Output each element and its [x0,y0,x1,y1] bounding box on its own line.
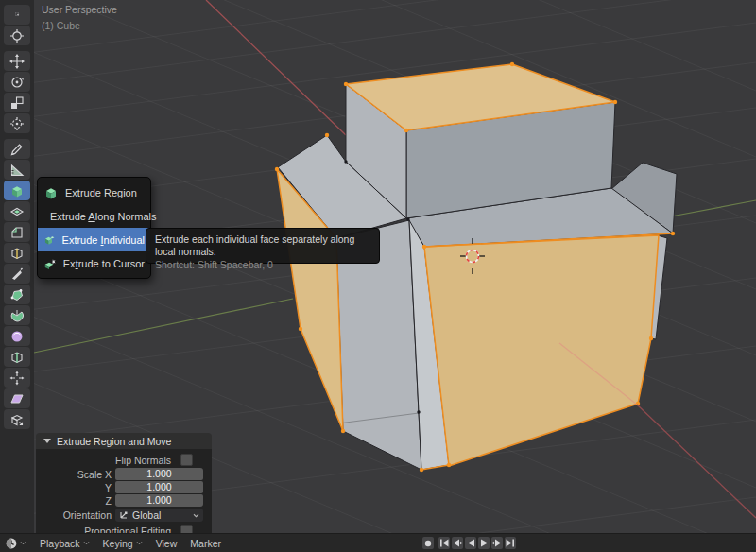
menu-item-extrude-to-cursor[interactable]: Extrude to Cursor [38,251,150,275]
select-box-icon [14,12,21,17]
prev-keyframe-icon [453,539,462,547]
flip-normals-label: Flip Normals [115,455,175,466]
shear-icon [9,391,25,406]
extrude-to-cursor-icon [43,256,57,271]
tool-select-box[interactable] [4,5,30,25]
cursor-icon [9,28,25,43]
chevron-down-icon [136,541,143,545]
tool-move[interactable] [4,51,30,71]
transform-icon [9,116,25,131]
tool-edge-slide[interactable] [4,347,30,367]
scale-x-label: Scale X [36,469,115,480]
scale-z-row: Z 1.000 [36,494,204,507]
flip-normals-row: Flip Normals [36,453,204,467]
jump-to-start-button[interactable] [438,537,450,549]
bevel-icon [9,225,25,240]
menu-marker[interactable]: Marker [190,538,221,549]
tool-poly-build[interactable] [4,285,30,304]
timeline-editor-icon [5,537,18,550]
loop-cut-icon [9,246,25,261]
view-perspective-label: User Perspective [42,4,117,15]
operator-panel: Extrude Region and Move Flip Normals Sca… [36,433,212,544]
extrude-individual-icon [43,233,56,248]
tooltip-description: Extrude each individual face separately … [155,233,370,258]
spin-icon [9,308,25,323]
move-icon [9,54,25,69]
play-icon [480,539,489,547]
play-reverse-button[interactable] [465,537,476,549]
menu-item-extrude-along-normals[interactable]: Extrude Along Normals [38,204,150,228]
scale-y-label: Y [36,482,115,493]
knife-icon [9,267,25,282]
extrude-region-icon [9,183,25,198]
playback-controls [422,537,516,549]
tool-bevel[interactable] [4,222,30,242]
record-button[interactable] [422,537,434,549]
tooltip: Extrude each individual face separately … [146,228,380,264]
chevron-down-icon [193,513,199,518]
jump-start-icon [439,539,449,547]
tool-knife[interactable] [4,264,30,284]
scale-x-field[interactable]: 1.000 [115,468,203,480]
next-keyframe-button[interactable] [491,537,503,549]
tool-smooth[interactable] [4,326,30,346]
tool-shear[interactable] [4,388,30,408]
orientation-label: Orientation [36,509,115,521]
chevron-down-icon [83,541,90,545]
tool-rotate[interactable] [4,72,30,92]
tool-cursor[interactable] [4,26,30,45]
disclosure-triangle-icon [43,439,51,443]
annotate-icon [9,142,25,157]
active-object-label: (1) Cube [42,20,80,31]
smooth-icon [9,329,25,344]
tool-measure[interactable] [4,160,30,180]
tool-loop-cut[interactable] [4,243,30,263]
rip-region-icon [9,412,25,427]
scale-x-row: Scale X 1.000 [36,468,204,480]
chevron-down-icon [20,541,26,545]
extrude-tool-flyout-menu: Extrude Region Extrude Along Normals Ext… [37,177,151,279]
blender-window: User Perspective (1) Cube [0,0,756,552]
tool-shrink-fatten[interactable] [4,368,30,388]
tool-extrude-region[interactable] [4,181,30,200]
orientation-row: Orientation Global [36,508,204,523]
flip-normals-checkbox[interactable] [180,454,193,466]
tool-rip-region[interactable] [4,409,30,429]
jump-to-end-button[interactable] [505,537,516,549]
inset-faces-icon [9,204,25,219]
operator-panel-header[interactable]: Extrude Region and Move [36,433,212,449]
menu-item-extrude-individual[interactable]: Extrude Individual [38,228,150,251]
orientation-global-icon [119,510,129,520]
menu-item-extrude-region[interactable]: Extrude Region [38,181,150,204]
timeline-bar: Playback Keying View Marker [0,533,756,552]
jump-end-icon [506,539,515,547]
scale-icon [9,95,25,111]
editor-type-button[interactable] [5,537,26,550]
scale-z-field[interactable]: 1.000 [115,494,203,507]
operator-panel-title: Extrude Region and Move [57,436,171,447]
rotate-icon [9,75,25,90]
record-icon [424,540,432,547]
play-button[interactable] [478,537,490,549]
previous-keyframe-button[interactable] [452,537,463,549]
play-reverse-icon [467,539,475,547]
tool-inset-faces[interactable] [4,201,30,221]
shrink-fatten-icon [9,371,25,386]
tool-annotate[interactable] [4,139,30,159]
extrude-region-icon [43,185,59,200]
menu-view[interactable]: View [156,538,178,549]
orientation-dropdown[interactable]: Global [115,509,203,522]
menu-keying[interactable]: Keying [103,538,143,549]
edge-slide-icon [9,350,25,365]
tooltip-shortcut: Shortcut: Shift Spacebar, 0 [155,258,370,271]
tool-spin[interactable] [4,305,30,325]
tool-transform[interactable] [4,113,30,133]
measure-icon [9,163,25,178]
tool-shelf [0,0,34,552]
poly-build-icon [9,287,25,302]
scale-y-field[interactable]: 1.000 [115,481,203,493]
tool-scale[interactable] [4,93,30,112]
menu-playback[interactable]: Playback [40,538,90,549]
orientation-value: Global [132,509,189,521]
scale-y-row: Y 1.000 [36,481,204,493]
